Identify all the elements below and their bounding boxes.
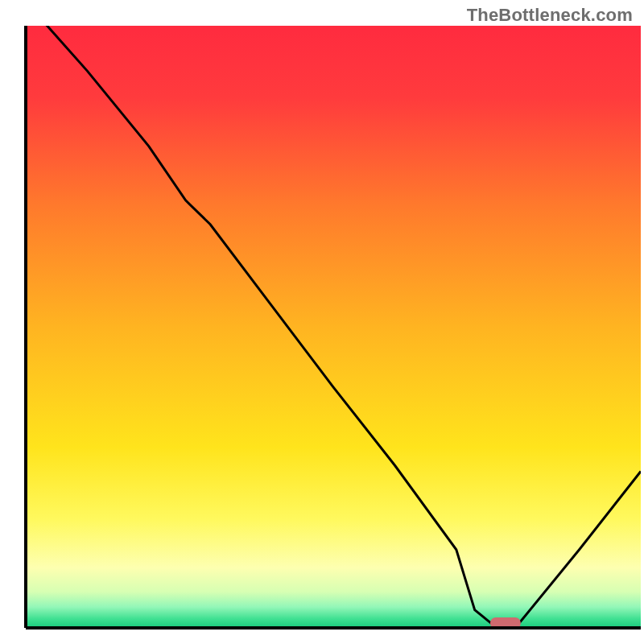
bottleneck-chart: [0, 0, 644, 644]
gradient-background: [26, 26, 641, 628]
chart-container: TheBottleneck.com: [0, 0, 644, 644]
